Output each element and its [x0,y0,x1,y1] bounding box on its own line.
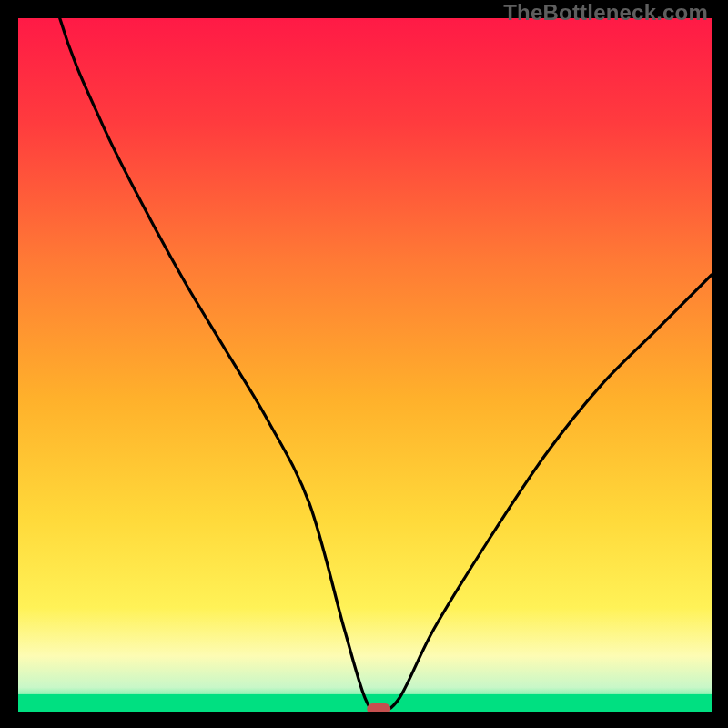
chart-frame: TheBottleneck.com [0,0,728,728]
gradient-background [18,18,712,712]
optimum-marker [367,703,390,712]
watermark-text: TheBottleneck.com [503,0,708,25]
plot-area [18,18,712,712]
bottleneck-chart [18,18,712,712]
